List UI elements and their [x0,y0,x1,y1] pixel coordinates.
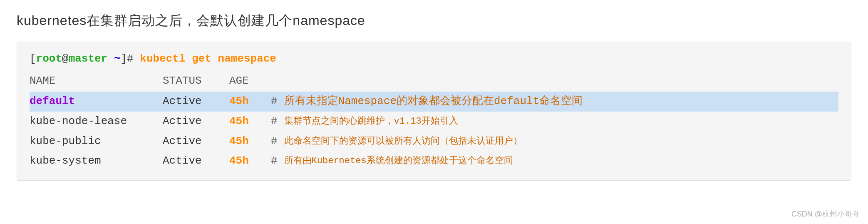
prompt-user: root [36,52,62,65]
table-row: kube-system Active 45h # 所有由Kubernetes系统… [30,151,838,171]
prompt-space [107,52,114,65]
page-container: kubernetes在集群启动之后，会默认创建几个namespace [root… [0,0,868,224]
hash-1: # [271,113,278,130]
comment-text-3: 所有由Kubernetes系统创建的资源都处于这个命名空间 [284,154,513,168]
row-age-2: 45h [229,133,271,150]
row-name-default: default [30,93,163,110]
prompt-hash: # [127,52,140,65]
hash-3: # [271,152,278,170]
row-name-2: kube-public [30,133,163,150]
prompt-tilde: ~ [114,52,121,65]
row-comment-3: # 所有由Kubernetes系统创建的资源都处于这个命名空间 [271,152,513,170]
prompt-bracket-open: [ [30,52,36,65]
row-age-3: 45h [229,152,271,170]
watermark: CSDN @杭州小哥哥 [791,209,860,219]
cmd-kubectl: kubectl [140,52,185,65]
hash-0: # [271,93,278,110]
table-row: kube-node-lease Active 45h # 集群节点之间的心跳维护… [30,112,838,132]
header-status: STATUS [163,73,229,89]
hash-2: # [271,133,278,150]
prompt-host: master [69,52,108,65]
terminal-block: [root@master ~]# kubectl get namespace N… [17,42,851,181]
prompt-bracket-close: ] [120,52,127,65]
row-comment-0: # 所有未指定Namespace的对象都会被分配在default命名空间 [271,93,583,110]
row-status-1: Active [163,113,229,130]
row-age-1: 45h [229,113,271,130]
header-name: NAME [30,73,163,89]
table-row: kube-public Active 45h # 此命名空间下的资源可以被所有人… [30,132,838,152]
table-row: default Active 45h # 所有未指定Namespace的对象都会… [30,92,838,112]
row-comment-2: # 此命名空间下的资源可以被所有人访问（包括未认证用户） [271,133,522,150]
row-status-3: Active [163,152,229,170]
cmd-args-text: get namespace [192,52,276,65]
prompt-at: @ [62,52,69,65]
page-title: kubernetes在集群启动之后，会默认创建几个namespace [17,12,851,30]
comment-text-1: 集群节点之间的心跳维护，v1.13开始引入 [284,114,458,129]
row-name-3: kube-system [30,152,163,170]
command-line: [root@master ~]# kubectl get namespace [30,51,838,66]
row-name-1: kube-node-lease [30,113,163,130]
header-age: AGE [229,73,271,89]
table-header-row: NAME STATUS AGE [30,73,838,89]
comment-text-2: 此命名空间下的资源可以被所有人访问（包括未认证用户） [284,134,522,149]
row-comment-1: # 集群节点之间的心跳维护，v1.13开始引入 [271,113,458,130]
row-status-2: Active [163,133,229,150]
row-age-0: 45h [229,93,271,110]
row-status-0: Active [163,93,229,110]
comment-text-0: 所有未指定Namespace的对象都会被分配在default命名空间 [284,93,583,110]
cmd-args [186,52,192,65]
